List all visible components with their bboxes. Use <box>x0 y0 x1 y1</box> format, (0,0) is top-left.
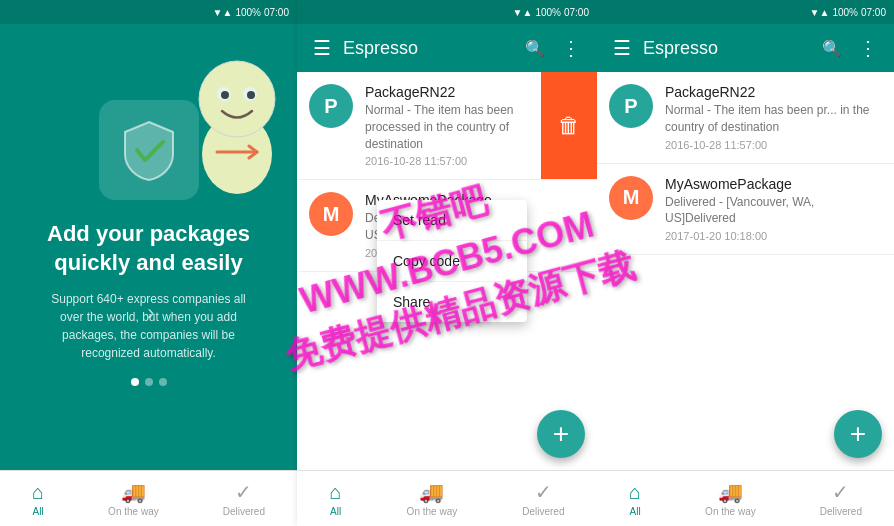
middle-nav-delivered-label: Delivered <box>522 506 564 517</box>
right-pkg1-info: PackageRN22 Normal - The item has been p… <box>665 84 882 151</box>
left-headline: Add your packages quickly and easily <box>20 220 277 277</box>
right-signal-icon: ▼▲ <box>810 7 830 18</box>
right-nav-onway-label: On the way <box>705 506 756 517</box>
middle-toolbar-title: Espresso <box>343 38 513 59</box>
right-time: 07:00 <box>861 7 886 18</box>
middle-package-item-1[interactable]: P PackageRN22 Normal - The item has been… <box>297 72 597 180</box>
middle-battery: 100% <box>535 7 561 18</box>
middle-delivered-icon: ✓ <box>535 480 552 504</box>
right-more-icon[interactable]: ⋮ <box>854 32 882 64</box>
right-nav-onway[interactable]: 🚚 On the way <box>697 476 764 521</box>
right-fab-icon: + <box>850 418 866 450</box>
pkg1-status: Normal - The item has been processed in … <box>365 102 529 152</box>
delivered-icon: ✓ <box>235 480 252 504</box>
right-status-bar: ▼▲ 100% 07:00 <box>597 0 894 24</box>
left-content: Add your packages quickly and easily Sup… <box>0 24 297 470</box>
middle-home-icon: ⌂ <box>330 481 342 504</box>
left-time: 07:00 <box>264 7 289 18</box>
pkg1-delete-btn[interactable]: 🗑 <box>541 72 597 179</box>
pkg2-avatar: M <box>309 192 353 236</box>
left-status-bar: ▼▲ 100% 07:00 <box>0 0 297 24</box>
left-nav-delivered[interactable]: ✓ Delivered <box>215 476 273 521</box>
middle-nav-all-label: All <box>330 506 341 517</box>
left-status-icons: ▼▲ 100% 07:00 <box>213 7 289 18</box>
right-search-icon[interactable]: 🔍 <box>818 35 846 62</box>
right-delivered-icon: ✓ <box>832 480 849 504</box>
pkg1-name: PackageRN22 <box>365 84 529 100</box>
right-pkg1-date: 2016-10-28 11:57:00 <box>665 139 882 151</box>
middle-status-bar: ▼▲ 100% 07:00 <box>297 0 597 24</box>
right-pkg2-avatar: M <box>609 176 653 220</box>
middle-nav-all[interactable]: ⌂ All <box>322 477 350 521</box>
middle-toolbar: ☰ Espresso 🔍 ⋮ <box>297 24 597 72</box>
left-bottom-nav: ⌂ All 🚚 On the way ✓ Delivered <box>0 470 297 526</box>
home-icon: ⌂ <box>32 481 44 504</box>
right-pkg2-date: 2017-01-20 10:18:00 <box>665 230 882 242</box>
right-pkg1-name: PackageRN22 <box>665 84 882 100</box>
character-illustration <box>167 34 297 204</box>
right-toolbar-title: Espresso <box>643 38 810 59</box>
delete-icon: 🗑 <box>558 113 580 139</box>
right-toolbar: ☰ Espresso 🔍 ⋮ <box>597 24 894 72</box>
middle-signal-icon: ▼▲ <box>513 7 533 18</box>
right-nav-delivered[interactable]: ✓ Delivered <box>812 476 870 521</box>
context-menu: Set read Copy code Share <box>377 200 527 322</box>
context-share[interactable]: Share <box>377 282 527 322</box>
pkg1-info: PackageRN22 Normal - The item has been p… <box>365 84 529 167</box>
next-arrow[interactable]: › <box>147 300 154 326</box>
dots-navigation: › <box>131 362 167 394</box>
right-nav-all-label: All <box>629 506 640 517</box>
dot-2[interactable] <box>145 378 153 386</box>
left-nav-onway-label: On the way <box>108 506 159 517</box>
svg-point-4 <box>221 91 229 99</box>
dot-3[interactable] <box>159 378 167 386</box>
svg-point-5 <box>247 91 255 99</box>
context-copy-code[interactable]: Copy code <box>377 241 527 282</box>
dot-1[interactable] <box>131 378 139 386</box>
middle-menu-icon[interactable]: ☰ <box>309 32 335 64</box>
truck-icon: 🚚 <box>121 480 146 504</box>
right-nav-all[interactable]: ⌂ All <box>621 477 649 521</box>
pkg1-date: 2016-10-28 11:57:00 <box>365 155 529 167</box>
middle-fab-button[interactable]: + <box>537 410 585 458</box>
right-pkg2-status: Delivered - [Vancouver, WA, US]Delivered <box>665 194 882 228</box>
right-fab-button[interactable]: + <box>834 410 882 458</box>
right-pkg2-info: MyAswomePackage Delivered - [Vancouver, … <box>665 176 882 243</box>
right-pkg1-avatar: P <box>609 84 653 128</box>
right-panel: ▼▲ 100% 07:00 ☰ Espresso 🔍 ⋮ P PackageRN… <box>597 0 894 526</box>
right-package-item-2[interactable]: M MyAswomePackage Delivered - [Vancouver… <box>597 164 894 256</box>
right-pkg2-name: MyAswomePackage <box>665 176 882 192</box>
right-menu-icon[interactable]: ☰ <box>609 32 635 64</box>
middle-truck-icon: 🚚 <box>419 480 444 504</box>
left-nav-all-label: All <box>32 506 43 517</box>
left-signal-icon: ▼▲ <box>213 7 233 18</box>
middle-nav-onway[interactable]: 🚚 On the way <box>399 476 466 521</box>
right-bottom-nav: ⌂ All 🚚 On the way ✓ Delivered <box>597 470 894 526</box>
right-battery: 100% <box>832 7 858 18</box>
middle-nav-delivered[interactable]: ✓ Delivered <box>514 476 572 521</box>
svg-point-1 <box>199 61 275 137</box>
right-package-item-1[interactable]: P PackageRN22 Normal - The item has been… <box>597 72 894 164</box>
middle-status-icons: ▼▲ 100% 07:00 <box>513 7 589 18</box>
context-set-read[interactable]: Set read <box>377 200 527 241</box>
right-nav-delivered-label: Delivered <box>820 506 862 517</box>
left-panel: ▼▲ 100% 07:00 <box>0 0 297 526</box>
right-pkg1-status: Normal - The item has been pr... in the … <box>665 102 882 136</box>
middle-fab-icon: + <box>553 418 569 450</box>
right-home-icon: ⌂ <box>629 481 641 504</box>
left-battery: 100% <box>235 7 261 18</box>
pkg1-avatar: P <box>309 84 353 128</box>
left-nav-delivered-label: Delivered <box>223 506 265 517</box>
middle-search-icon[interactable]: 🔍 <box>521 35 549 62</box>
middle-bottom-nav: ⌂ All 🚚 On the way ✓ Delivered <box>297 470 597 526</box>
left-nav-onway[interactable]: 🚚 On the way <box>100 476 167 521</box>
right-truck-icon: 🚚 <box>718 480 743 504</box>
middle-time: 07:00 <box>564 7 589 18</box>
middle-nav-onway-label: On the way <box>407 506 458 517</box>
middle-more-icon[interactable]: ⋮ <box>557 32 585 64</box>
left-nav-all[interactable]: ⌂ All <box>24 477 52 521</box>
middle-panel: ▼▲ 100% 07:00 ☰ Espresso 🔍 ⋮ P PackageRN… <box>297 0 597 526</box>
right-status-icons: ▼▲ 100% 07:00 <box>810 7 886 18</box>
